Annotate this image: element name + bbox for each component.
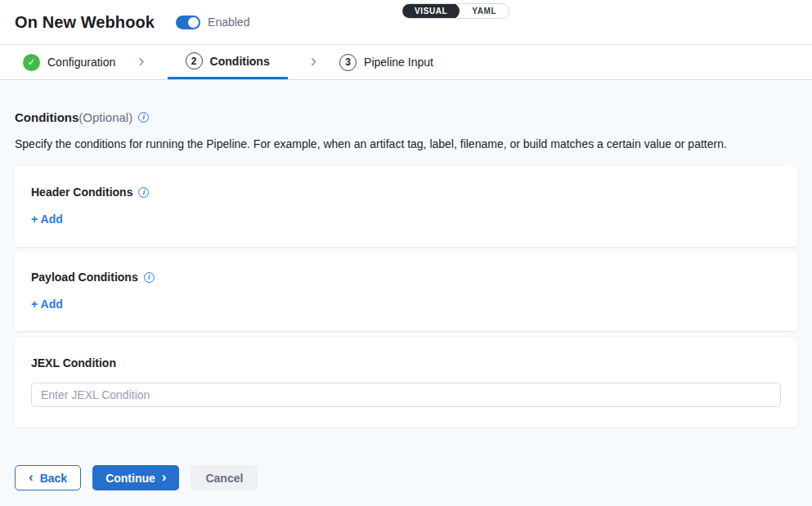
- section-title: Conditions: [15, 110, 79, 124]
- chevron-right-icon: ›: [138, 45, 144, 79]
- payload-conditions-card: Payload Conditions i + Add: [15, 251, 797, 331]
- conditions-panel: Conditions (Optional) i Specify the cond…: [0, 110, 812, 490]
- cancel-button[interactable]: Cancel: [191, 465, 258, 490]
- toggle-knob: [188, 17, 199, 28]
- step-conditions[interactable]: 2 Conditions: [168, 45, 288, 79]
- header-conditions-title: Header Conditions: [31, 186, 132, 199]
- jexl-condition-input[interactable]: [31, 383, 781, 407]
- page-title: On New Webhook: [15, 13, 155, 32]
- step-conditions-label: Conditions: [210, 55, 270, 68]
- check-circle-icon: ✓: [23, 54, 40, 71]
- step-configuration-label: Configuration: [47, 56, 115, 69]
- section-optional-label: (Optional): [79, 110, 132, 124]
- back-button[interactable]: ‹ Back: [15, 465, 81, 490]
- chevron-left-icon: ‹: [29, 470, 34, 486]
- continue-button[interactable]: Continue ›: [92, 465, 179, 490]
- enabled-toggle-label: Enabled: [208, 16, 249, 29]
- add-payload-condition-button[interactable]: + Add: [31, 298, 63, 311]
- enabled-toggle[interactable]: [176, 16, 200, 29]
- section-description: Specify the conditions for running the P…: [15, 137, 797, 150]
- step-3-circle: 3: [339, 54, 357, 71]
- page-header: On New Webhook Enabled VISUAL YAML: [0, 0, 812, 45]
- webhook-trigger-page: On New Webhook Enabled VISUAL YAML ✓ Con…: [0, 0, 812, 506]
- info-icon[interactable]: i: [138, 112, 149, 123]
- payload-conditions-title: Payload Conditions: [31, 271, 138, 284]
- wizard-footer: ‹ Back Continue › Cancel: [15, 465, 797, 490]
- header-conditions-title-row: Header Conditions i: [31, 186, 781, 199]
- section-heading: Conditions (Optional) i: [15, 110, 797, 124]
- add-header-condition-button[interactable]: + Add: [31, 213, 63, 226]
- jexl-title-row: JEXL Condition: [31, 356, 781, 369]
- step-pipeline-input[interactable]: 3 Pipeline Input: [339, 45, 433, 79]
- payload-conditions-title-row: Payload Conditions i: [31, 271, 781, 284]
- wizard-stepper: ✓ Configuration › 2 Conditions › 3 Pipel…: [0, 45, 812, 80]
- continue-button-label: Continue: [105, 472, 155, 485]
- cancel-button-label: Cancel: [205, 472, 243, 485]
- step-pipeline-input-label: Pipeline Input: [364, 56, 433, 69]
- info-icon[interactable]: i: [144, 272, 155, 283]
- tab-yaml[interactable]: YAML: [460, 3, 509, 19]
- info-icon[interactable]: i: [138, 187, 149, 198]
- back-button-label: Back: [40, 472, 67, 485]
- chevron-right-icon: ›: [311, 45, 316, 79]
- tab-visual[interactable]: VISUAL: [402, 3, 460, 19]
- visual-yaml-switch: VISUAL YAML: [402, 3, 509, 19]
- header-conditions-card: Header Conditions i + Add: [15, 166, 797, 247]
- jexl-condition-card: JEXL Condition: [15, 337, 797, 428]
- step-2-circle: 2: [186, 52, 203, 69]
- chevron-right-icon: ›: [162, 470, 167, 486]
- step-configuration[interactable]: ✓ Configuration: [23, 45, 115, 79]
- jexl-condition-label: JEXL Condition: [31, 356, 116, 369]
- enabled-toggle-group: Enabled: [176, 16, 249, 29]
